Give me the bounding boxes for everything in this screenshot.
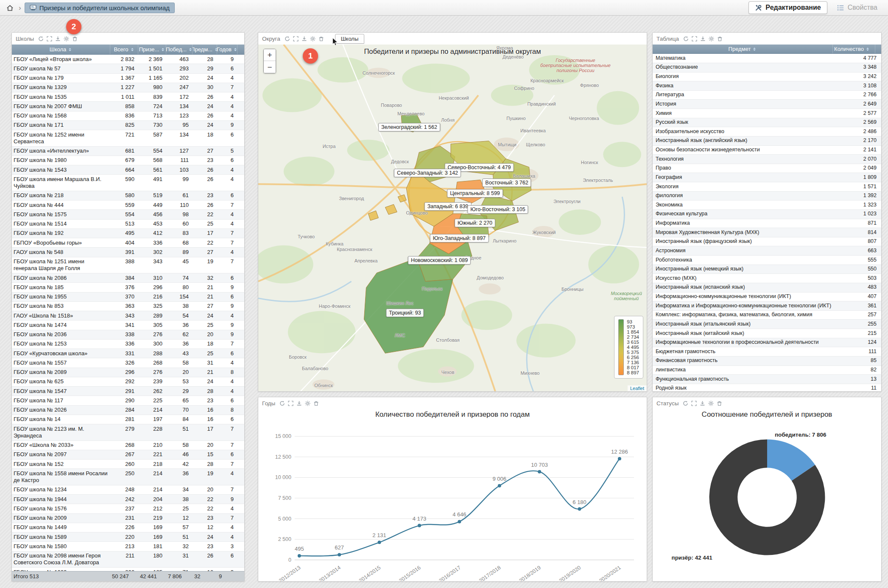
table-row[interactable]: Информатика871 bbox=[653, 219, 881, 229]
home-button[interactable] bbox=[4, 2, 15, 13]
table-row[interactable]: Информатика и Информационно-коммуникацио… bbox=[653, 301, 881, 311]
table-row[interactable]: ГАОУ «Школа № 1518»34328954244 bbox=[12, 311, 244, 320]
table-row[interactable]: Физика3 108 bbox=[653, 81, 881, 91]
map-canvas[interactable]: Победители и призеры по административным… bbox=[258, 45, 647, 391]
table-row[interactable]: ГБОУ школа № 17182573095249 bbox=[12, 121, 244, 130]
table-row[interactable]: ГБОУ школа № 157623721225224 bbox=[12, 504, 244, 513]
data-point[interactable] bbox=[298, 554, 301, 557]
data-point[interactable] bbox=[578, 507, 581, 511]
edit-mode-tab[interactable]: Редактирование bbox=[748, 1, 827, 14]
table-row[interactable]: Бюджетная грамотность111 bbox=[653, 347, 881, 357]
fullscreen-icon[interactable] bbox=[293, 36, 299, 42]
settings-icon[interactable] bbox=[310, 36, 316, 42]
zoom-out-button[interactable]: − bbox=[264, 61, 276, 73]
table-row[interactable]: ГБОУ школа № 2098 имени Героя Советского… bbox=[12, 552, 244, 568]
table-row[interactable]: Иностранный язык (английский язык)2 170 bbox=[653, 137, 881, 146]
delete-icon[interactable] bbox=[717, 401, 722, 406]
table-row[interactable]: ГБОУ школа № 1428119784166 bbox=[12, 415, 244, 424]
table-row[interactable]: Физическая культура1 023 bbox=[653, 210, 881, 219]
table-row[interactable]: ГБОУ школа № 144922616957124 bbox=[12, 523, 244, 532]
table-row[interactable]: Иностранный язык (китайский язык)215 bbox=[653, 329, 881, 338]
table-row[interactable]: лингвистика82 bbox=[653, 366, 881, 375]
table-row[interactable]: ГБОУ школа № 15226021842287 bbox=[12, 460, 244, 469]
table-row[interactable]: ГБОУ школа № 100020613571169 bbox=[12, 568, 244, 571]
sort-icon[interactable] bbox=[752, 47, 757, 51]
table-row[interactable]: География1 809 bbox=[653, 173, 881, 182]
table-row[interactable]: Астрономия663 bbox=[653, 246, 881, 256]
sort-icon[interactable] bbox=[68, 47, 72, 52]
fullscreen-icon[interactable] bbox=[288, 401, 293, 406]
data-point[interactable] bbox=[418, 524, 421, 527]
table-row[interactable]: Мировая Художественная Культура (МХК)814 bbox=[653, 228, 881, 237]
table-row[interactable]: Русский язык2 569 bbox=[653, 118, 881, 128]
table-row[interactable]: ГБОУ школа № 85336332538279 bbox=[12, 302, 244, 311]
refresh-icon[interactable] bbox=[279, 401, 285, 406]
refresh-icon[interactable] bbox=[683, 36, 689, 42]
table-row[interactable]: Иностранный язык (немецкий язык)550 bbox=[653, 265, 881, 274]
table-row[interactable]: ГАОУ школа № 54839130289274 bbox=[12, 248, 244, 257]
table-row[interactable]: ГБОУ школа № 203633827662209 bbox=[12, 330, 244, 340]
table-row[interactable]: ГБОУ школа № 147434130536259 bbox=[12, 320, 244, 330]
table-row[interactable]: Экономика1 323 bbox=[653, 201, 881, 210]
tab-schools[interactable]: Школы bbox=[335, 34, 365, 44]
table-row[interactable]: Искусство (МХК)503 bbox=[653, 274, 881, 283]
table-row[interactable]: ГБОУ школа № 2123 им. М. Эрнандеса279228… bbox=[12, 424, 244, 441]
fullscreen-icon[interactable] bbox=[691, 401, 697, 406]
table-row[interactable]: ГБОУ школа № 200923121912237 bbox=[12, 514, 244, 523]
export-icon[interactable] bbox=[700, 401, 705, 406]
line-chart[interactable]: 02 5005 0007 50010 00012 50015 0002012/2… bbox=[258, 420, 647, 581]
table-row[interactable]: ГБОУ школа № 209726722146156 bbox=[12, 450, 244, 460]
table-row[interactable]: ГБОУ школа № 158021318132233 bbox=[12, 542, 244, 551]
table-row[interactable]: ГБОУ школа № 2007 ФМШ858724134244 bbox=[12, 102, 244, 111]
table-row[interactable]: ГБОУ школа № 151451345360254 bbox=[12, 220, 244, 229]
table-row[interactable]: ГБОУ школа № 208638431074326 bbox=[12, 273, 244, 283]
sort-icon[interactable] bbox=[214, 47, 217, 52]
table-row[interactable]: Литература2 766 bbox=[653, 91, 881, 100]
table-row[interactable]: Математика4 777 bbox=[653, 54, 881, 63]
fullscreen-icon[interactable] bbox=[47, 36, 52, 42]
table-row[interactable]: ГБОУ школа № 1252 имени Сервантеса721587… bbox=[12, 130, 244, 147]
table-row[interactable]: ГБОУ школа № 154729126229284 bbox=[12, 387, 244, 396]
column-header[interactable]: Призе... bbox=[138, 45, 166, 54]
table-row[interactable]: Робототехника555 bbox=[653, 256, 881, 265]
delete-icon[interactable] bbox=[717, 36, 723, 42]
data-point[interactable] bbox=[618, 457, 621, 460]
table-row[interactable]: ГБОУ школа № 157555445698224 bbox=[12, 210, 244, 219]
column-header[interactable]: Количество bbox=[833, 45, 875, 53]
table-row[interactable]: Право2 049 bbox=[653, 164, 881, 173]
table-row[interactable]: ГБОУ школа № 13291 227980247307 bbox=[12, 83, 244, 92]
table-row[interactable]: ГБОУ школа № 125333630036187 bbox=[12, 340, 244, 349]
table-row[interactable]: Обществознание3 348 bbox=[653, 63, 881, 72]
table-row[interactable]: ГБОУ школа № 1568836713123264 bbox=[12, 111, 244, 121]
breadcrumb-dashboard-chip[interactable]: Призеры и победители школьных олимпиад bbox=[25, 3, 175, 13]
refresh-icon[interactable] bbox=[285, 36, 290, 42]
table-row[interactable]: ГБОУ «Курчатовская школа»33128843256 bbox=[12, 349, 244, 358]
data-point[interactable] bbox=[458, 520, 461, 523]
sort-icon[interactable] bbox=[233, 47, 237, 52]
export-icon[interactable] bbox=[700, 36, 706, 42]
table-row[interactable]: ГБОУ школа № 158922016951244 bbox=[12, 532, 244, 542]
table-row[interactable]: ГБОУ «Лицей «Вторая школа»2 8322 3694632… bbox=[12, 55, 244, 64]
column-header[interactable]: Школа bbox=[12, 45, 110, 54]
sort-icon[interactable] bbox=[161, 47, 165, 52]
table-row[interactable]: ГБОУ «Школа № 2033»26821058207 bbox=[12, 441, 244, 450]
table-row[interactable]: Финансовая грамотность85 bbox=[653, 357, 881, 366]
table-row[interactable]: Изобразительное искусство2 486 bbox=[653, 127, 881, 137]
schools-table-body[interactable]: ГБОУ «Лицей «Вторая школа»2 8322 3694632… bbox=[12, 55, 244, 571]
table-row[interactable]: ГБОУ школа № 155732626858314 bbox=[12, 358, 244, 368]
table-row[interactable]: филология1 392 bbox=[653, 192, 881, 201]
table-row[interactable]: Основы безопасности жизнедеятельности2 1… bbox=[653, 146, 881, 155]
refresh-icon[interactable] bbox=[38, 36, 44, 42]
table-row[interactable]: ГБОУ школа № 444559449110267 bbox=[12, 201, 244, 210]
table-row[interactable]: ГБОУ школа № 62529223953244 bbox=[12, 377, 244, 387]
table-row[interactable]: Иностранный язык (итальянский язык)255 bbox=[653, 320, 881, 329]
table-row[interactable]: ГБОУ школа «Интеллектуал»681554127275 bbox=[12, 147, 244, 156]
table-row[interactable]: История2 649 bbox=[653, 100, 881, 109]
settings-icon[interactable] bbox=[708, 401, 714, 406]
table-row[interactable]: Иностранный язык (испанский язык)483 bbox=[653, 283, 881, 293]
table-row[interactable]: ГБОУ школа № 1980679568111236 bbox=[12, 156, 244, 165]
zoom-in-button[interactable]: + bbox=[264, 49, 276, 61]
data-point[interactable] bbox=[498, 484, 501, 488]
table-row[interactable]: Химия2 577 bbox=[653, 109, 881, 118]
table-row[interactable]: ГБОУ школа № 11729022565236 bbox=[12, 396, 244, 405]
